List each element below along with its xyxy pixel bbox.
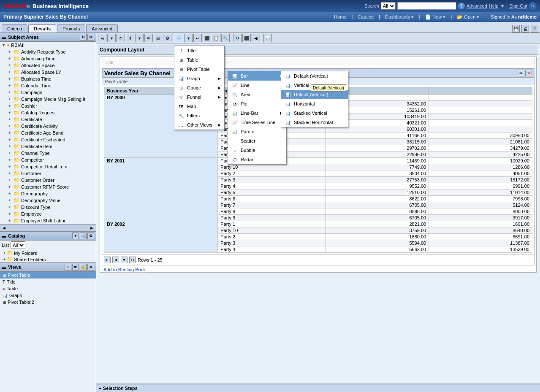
menu-item-gauge[interactable]: ⊙ Gauge ▶ [174, 83, 224, 92]
views-delete-icon[interactable]: ✕ [87, 264, 94, 270]
menu-item-table[interactable]: ⊞ Table [174, 55, 224, 65]
nav-home[interactable]: Home [334, 14, 346, 20]
sa-item-customer[interactable]: + 📁 Customer [0, 170, 96, 177]
graph-sub-bar[interactable]: 📊 Bar ▶ [228, 71, 286, 81]
search-help-icon[interactable]: ? [458, 3, 465, 9]
sa-item-emp-shift[interactable]: + 📁 Employee Shift Labor [0, 217, 96, 224]
selection-steps-bar[interactable]: + Selection Steps [96, 384, 540, 392]
sa-item-biz-time[interactable]: + 📁 Business Time [0, 76, 96, 82]
format-btn[interactable]: 📋 [212, 34, 220, 42]
tab-results[interactable]: Results [28, 24, 56, 32]
briefing-link[interactable]: Add to Briefing Book [100, 265, 149, 274]
view-item-pivot2[interactable]: ⊞ Pivot Table:2 [0, 299, 96, 305]
page-next-btn[interactable]: ▼ [121, 257, 128, 263]
graph-sub-area[interactable]: 📉 Area [228, 90, 286, 99]
export-dropdown-btn[interactable]: ▾ [135, 34, 144, 42]
graph-sub-timeseries[interactable]: 📈 Time Series Line [228, 118, 286, 127]
sa-item-campaign[interactable]: + 📁 Campaign [0, 89, 96, 96]
graph-sub-pie[interactable]: ◔ Pie [228, 99, 286, 108]
sa-item-cust-rfmp[interactable]: + 📁 Customer RFMP Score [0, 184, 96, 190]
copy-btn[interactable]: ⊞ [154, 34, 162, 42]
redo-btn[interactable]: ⬛ [203, 34, 211, 42]
edit-btn[interactable]: ✏ [144, 34, 153, 42]
bar-stacked-horizontal[interactable]: 📊 Stacked Horizontal [281, 118, 348, 127]
catalog-search-icon[interactable]: 🔍 [80, 232, 87, 239]
print-tab-icon[interactable]: 🖨 [521, 25, 529, 32]
graph-sub-linebar[interactable]: 📊 Line-Bar ▶ [228, 108, 286, 118]
sa-item-activity[interactable]: + 📁 Activity Request Type [0, 49, 96, 55]
view-item-graph[interactable]: 📊 Graph [0, 292, 96, 299]
add-view-dropdown-btn[interactable]: ▾ [184, 34, 193, 42]
sa-item-demo-value[interactable]: + 📁 Demography Value [0, 197, 96, 204]
pivot-edit-icon[interactable]: ✏ [518, 70, 524, 76]
menu-item-title[interactable]: T Title [174, 46, 224, 55]
menu-item-other[interactable]: … Other Views ▶ [174, 120, 224, 130]
sa-item-adv-time[interactable]: + 📁 Advertising Time [0, 55, 96, 62]
revert-btn[interactable]: ◀ [252, 34, 260, 42]
subject-areas-header[interactable]: ▬ Subject Areas ↻ ⚙ [0, 33, 96, 42]
graph-sub-line[interactable]: 📈 Line [228, 81, 286, 90]
page-prev-btn[interactable]: ◄ [112, 257, 119, 263]
sa-item-employee[interactable]: + 📁 Employee [0, 211, 96, 217]
search-input[interactable] [397, 2, 456, 10]
catalog-add-icon[interactable]: + [72, 232, 79, 239]
add-view-btn[interactable]: + [175, 34, 183, 42]
sa-item-channel[interactable]: + 📁 Channel Type [0, 150, 96, 157]
scroll-right-icon[interactable]: ► [90, 225, 94, 230]
sa-item-demography[interactable]: + 📁 Demography [0, 190, 96, 197]
view-item-pivot[interactable]: ⊞ Pivot Table [0, 272, 96, 278]
pivot-delete-icon[interactable]: ✕ [525, 70, 532, 76]
tab-prompts[interactable]: Prompts [57, 24, 85, 32]
catalog-list-select[interactable]: All [11, 241, 25, 249]
filter-btn[interactable]: 🔧 [221, 34, 230, 42]
save-tab-icon[interactable]: 💾 [512, 25, 520, 32]
views-rename-icon[interactable]: ✍ [80, 264, 87, 270]
sa-item-cert-age[interactable]: + 📁 Certificate Age Band [0, 130, 96, 136]
advanced-link[interactable]: Advanced [467, 3, 487, 8]
catalog-header[interactable]: ▬ Catalog + 🔍 ⚙ [0, 232, 96, 241]
stop-btn[interactable]: ⬛ [242, 34, 251, 42]
bar-stacked-vertical[interactable]: 📊 Stacked Vertical [281, 108, 348, 118]
menu-item-graph[interactable]: 📊 Graph ▶ [174, 74, 224, 83]
refresh2-btn[interactable]: ↻ [233, 34, 242, 42]
help-tab-icon[interactable]: ? [531, 25, 538, 32]
scroll-left-icon[interactable]: ◄ [2, 225, 6, 230]
sa-root-item[interactable]: ▼ ● RBIAII [0, 42, 96, 49]
graph-sub-scatter[interactable]: ⁚ Scatter [228, 136, 286, 146]
catalog-my-folders[interactable]: + 📁 My Folders [0, 250, 96, 256]
page-last-btn[interactable]: ⊡ [129, 257, 136, 263]
catalog-settings-icon[interactable]: ⚙ [87, 232, 94, 239]
sa-item-cashier[interactable]: + 📁 Cashier [0, 103, 96, 109]
bar-vertical[interactable]: 📊 Vertical [281, 81, 348, 90]
chart-btn[interactable]: 📊 [263, 34, 272, 42]
bar-default-vertical-2[interactable]: 📊 Default (Vertical) [281, 90, 348, 99]
print-dropdown-btn[interactable]: ▾ [107, 34, 116, 42]
help-link[interactable]: Help [489, 3, 499, 8]
sa-item-catalog-req[interactable]: + 📁 Catalog Request [0, 109, 96, 116]
nav-new[interactable]: 📄 New ▾ [425, 14, 445, 20]
nav-dashboards[interactable]: Dashboards ▾ [385, 14, 414, 20]
sa-item-alloc-space[interactable]: + 📁 Allocated Space [0, 62, 96, 69]
sa-item-campaign-media[interactable]: + 📁 Campaign Media Msg Selling It [0, 96, 96, 103]
tab-criteria[interactable]: Criteria [2, 24, 27, 32]
sa-item-cert-item[interactable]: + 📁 Certificate Item [0, 143, 96, 150]
undo-btn[interactable]: ↩ [193, 34, 202, 42]
bar-default-vertical[interactable]: 📊 Default (Vertical) [281, 71, 348, 81]
nav-catalog[interactable]: Catalog [358, 14, 374, 20]
graph-sub-radar[interactable]: ⬡ Radar [228, 155, 286, 164]
refresh-icon[interactable]: ↻ [80, 34, 87, 41]
sa-item-cal-time[interactable]: + 📁 Calendar Time [0, 82, 96, 89]
nav-open[interactable]: 📂 Open ▾ [457, 14, 479, 20]
catalog-shared-folders[interactable]: + 📁 Shared Folders [0, 256, 96, 262]
sa-item-discount[interactable]: + 📁 Discount Type [0, 204, 96, 211]
views-add-icon[interactable]: + [65, 264, 71, 270]
views-edit-icon[interactable]: ✏ [72, 264, 79, 270]
settings-icon[interactable]: ⚙ [87, 34, 94, 41]
search-scope-select[interactable]: All [381, 2, 396, 10]
sa-item-competitor[interactable]: + 📁 Competitor [0, 157, 96, 163]
views-header[interactable]: ▬ Views + ✏ ✍ ✕ [0, 263, 96, 272]
sa-item-cust-order[interactable]: + 📁 Customer Order [0, 177, 96, 184]
tab-advanced[interactable]: Advanced [86, 24, 118, 32]
view-item-title[interactable]: T Title [0, 278, 96, 285]
signout-link[interactable]: Sign Out [509, 3, 527, 8]
